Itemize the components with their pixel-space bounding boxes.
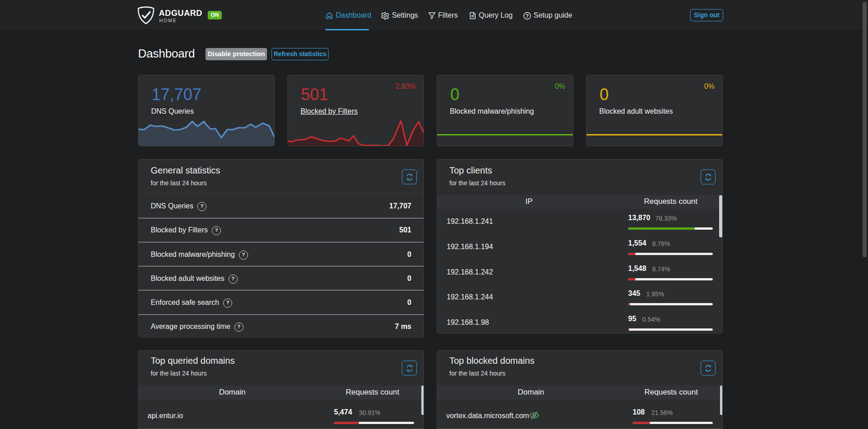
svg-text:?: ? <box>526 13 529 19</box>
